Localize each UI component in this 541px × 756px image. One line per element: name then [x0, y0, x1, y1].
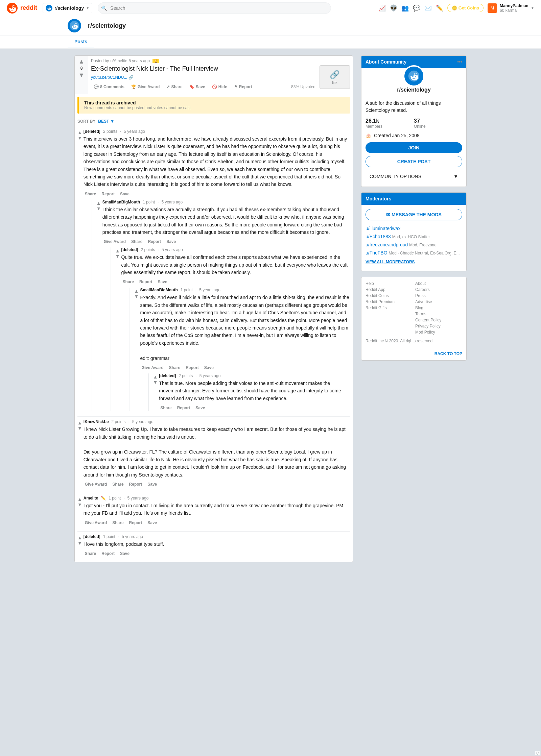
- chat-icon[interactable]: 💬: [413, 4, 420, 12]
- comment-save-button[interactable]: Save: [157, 279, 169, 285]
- comment-downvote-button[interactable]: ▼: [115, 253, 120, 259]
- share-label: Share: [171, 84, 182, 89]
- pencil-icon[interactable]: ✏️: [436, 4, 443, 12]
- comment-upvote-button[interactable]: ▲: [115, 248, 120, 253]
- downvote-button[interactable]: ▼: [78, 72, 85, 78]
- subreddit-selector[interactable]: r/scientology ▼: [43, 3, 92, 13]
- trending-icon[interactable]: 📈: [378, 4, 386, 12]
- comment-upvote-button[interactable]: ▲: [153, 374, 158, 380]
- comment-save-button[interactable]: Save: [194, 405, 206, 411]
- comment-save-button[interactable]: Save: [146, 520, 158, 526]
- community-icon[interactable]: 👥: [401, 4, 409, 12]
- community-options-button[interactable]: COMMUNITY OPTIONS ▼: [366, 170, 462, 182]
- archived-notice: This thread is archived New comments can…: [77, 97, 350, 114]
- search-input[interactable]: [98, 2, 331, 14]
- comment-report-button[interactable]: Report: [128, 481, 144, 487]
- comment-downvote-button[interactable]: ▼: [77, 425, 82, 431]
- mod-link[interactable]: u/TheFBO: [366, 250, 387, 255]
- footer-link-careers[interactable]: Careers: [415, 287, 462, 292]
- create-post-button[interactable]: CREATE POST: [366, 156, 462, 167]
- sort-select[interactable]: BEST ▼: [98, 119, 114, 124]
- comment-upvote-button[interactable]: ▲: [77, 420, 82, 425]
- moderators-card: Moderators ✉ MESSAGE THE MODS u/illumina…: [361, 192, 467, 271]
- nested-comment: ▲ ▼ [deleted] 2 points: [111, 247, 350, 411]
- comment-report-button[interactable]: Report: [138, 279, 154, 285]
- join-button[interactable]: JOIN: [366, 142, 462, 153]
- footer-link-help[interactable]: Help: [366, 281, 413, 286]
- give-award-button[interactable]: Give Award: [84, 481, 108, 487]
- comment-downvote-button[interactable]: ▼: [77, 135, 82, 141]
- footer-link-premium[interactable]: Reddit Premium: [366, 299, 413, 304]
- footer-link-app[interactable]: Reddit App: [366, 287, 413, 292]
- comments-button[interactable]: 💬 8 Comments: [91, 82, 127, 91]
- get-coins-button[interactable]: 🪙 Get Coins: [447, 4, 484, 12]
- comment-timestamp: 5 years ago: [124, 129, 145, 134]
- comment-share-button[interactable]: Share: [159, 405, 173, 411]
- comment-save-button[interactable]: Save: [203, 365, 215, 371]
- footer-link-blog[interactable]: Blog: [415, 306, 462, 310]
- comment-save-button[interactable]: Save: [146, 481, 158, 487]
- user-section[interactable]: M MannyPadmae 60 karma ▼: [488, 3, 534, 13]
- comment-upvote-button[interactable]: ▲: [134, 288, 139, 294]
- comment-upvote-button[interactable]: ▲: [77, 130, 82, 135]
- footer-link-terms[interactable]: Terms: [415, 312, 462, 316]
- comment-downvote-button[interactable]: ▼: [77, 502, 82, 507]
- comment-upvote-button[interactable]: ▲: [77, 496, 82, 502]
- mail-icon[interactable]: ✉️: [424, 4, 432, 12]
- back-to-top-button[interactable]: BACK TO TOP: [361, 347, 466, 360]
- mod-link[interactable]: u/freezoneandproud: [366, 242, 408, 247]
- comment-report-button[interactable]: Report: [100, 551, 116, 557]
- message-mods-button[interactable]: ✉ MESSAGE THE MODS: [366, 209, 462, 220]
- post-external-link[interactable]: youtu.be/pC1NDU...: [91, 75, 127, 80]
- comment-share-button[interactable]: Share: [130, 239, 144, 245]
- comment-save-button[interactable]: Save: [119, 191, 131, 197]
- comment-share-button[interactable]: Share: [84, 191, 97, 197]
- comment-share-button[interactable]: Share: [111, 481, 125, 487]
- comment-save-button[interactable]: Save: [165, 239, 177, 245]
- view-all-mods-link[interactable]: VIEW ALL MODERATORS: [366, 257, 462, 267]
- footer-link-mod-policy[interactable]: Mod Policy: [415, 330, 462, 335]
- comment-share-button[interactable]: Share: [111, 520, 125, 526]
- post-author-link[interactable]: u/Amelite: [110, 58, 127, 63]
- give-award-button[interactable]: Give Award: [84, 520, 108, 526]
- give-award-button[interactable]: Give Award: [102, 239, 127, 245]
- footer-link-about[interactable]: About: [415, 281, 462, 286]
- give-award-button[interactable]: Give Award: [140, 365, 165, 371]
- save-button[interactable]: 🔖 Save: [187, 82, 208, 91]
- alien-icon[interactable]: 👽: [390, 4, 397, 12]
- comment-header: SmallManBigMouth 1 point · 5 years ago: [102, 200, 350, 204]
- footer-link-press[interactable]: Press: [415, 293, 462, 298]
- mod-link[interactable]: u/Echo1883: [366, 234, 391, 239]
- share-button[interactable]: ↗ Share: [164, 82, 185, 91]
- footer-link-advertise[interactable]: Advertise: [415, 299, 462, 304]
- comment-report-button[interactable]: Report: [184, 365, 200, 371]
- comment-downvote-button[interactable]: ▼: [153, 380, 158, 385]
- comment-downvote-button[interactable]: ▼: [134, 294, 139, 299]
- comment-share-button[interactable]: Share: [168, 365, 182, 371]
- comment-downvote-button[interactable]: ▼: [96, 206, 101, 211]
- footer-link-content-policy[interactable]: Content Policy: [415, 318, 462, 322]
- comment-upvote-button[interactable]: ▲: [77, 535, 82, 540]
- mod-link[interactable]: u/illuminatedwax: [366, 226, 401, 231]
- hide-button[interactable]: 🚫 Hide: [209, 82, 230, 91]
- report-button[interactable]: ⚑ Report: [231, 82, 255, 91]
- comment-upvote-button[interactable]: ▲: [96, 200, 101, 206]
- footer-link-gifts[interactable]: Reddit Gifts: [366, 306, 413, 310]
- comment-share-button[interactable]: Share: [84, 551, 97, 557]
- comment-downvote-button[interactable]: ▼: [77, 540, 82, 546]
- comment-points: 1 point: [143, 200, 155, 204]
- upvote-button[interactable]: ▲: [78, 58, 85, 65]
- comment-report-button[interactable]: Report: [100, 191, 116, 197]
- comment-report-button[interactable]: Report: [128, 520, 144, 526]
- comment-author: [deleted]: [159, 373, 176, 378]
- comment-save-button[interactable]: Save: [119, 551, 131, 557]
- comment-share-button[interactable]: Share: [121, 279, 135, 285]
- footer-link-privacy[interactable]: Privacy Policy: [415, 324, 462, 328]
- footer-link-coins[interactable]: Reddit Coins: [366, 293, 413, 298]
- give-award-button[interactable]: 🏆 Give Award: [128, 82, 162, 91]
- more-options-button[interactable]: •••: [457, 59, 462, 65]
- comment-report-button[interactable]: Report: [176, 405, 192, 411]
- comment-report-button[interactable]: Report: [146, 239, 162, 245]
- tab-posts[interactable]: Posts: [68, 35, 94, 48]
- reddit-logo-link[interactable]: reddit: [7, 3, 37, 14]
